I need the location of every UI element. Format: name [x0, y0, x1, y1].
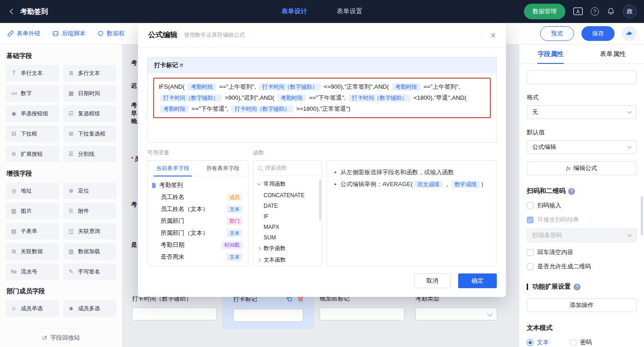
field-type-signature[interactable]: ✎手写签名: [63, 263, 117, 280]
question-icon[interactable]: ?: [568, 188, 575, 195]
field-type-dropdown[interactable]: ⊟下拉框: [6, 125, 59, 142]
field-type-linked-data[interactable]: ⧉关联数据: [6, 243, 59, 260]
field-token[interactable]: 考勤时段: [277, 94, 306, 102]
function-group[interactable]: 文本函数: [253, 254, 322, 266]
question-icon[interactable]: ?: [574, 284, 581, 290]
field-type-image[interactable]: ▨图片: [6, 203, 59, 219]
props-tab-field[interactable]: 字段属性: [519, 45, 582, 63]
field-type-attachment[interactable]: ⎘附件: [63, 203, 117, 219]
canvas-field-3[interactable]: 晚加班标记: [320, 295, 404, 320]
variable-item[interactable]: 所属部门（文本）文本: [151, 227, 244, 239]
field-token[interactable]: 考勤时段: [160, 105, 189, 113]
checkbox[interactable]: [527, 249, 534, 256]
radio-option[interactable]: 文本: [527, 338, 549, 347]
preview-button[interactable]: 预览: [540, 26, 574, 41]
function-item-concatenate[interactable]: CONCATENATE: [253, 190, 322, 200]
field-token[interactable]: 打卡时间（数字辅助）: [160, 94, 222, 102]
field-token[interactable]: 打卡时间（数字辅助）: [259, 83, 321, 91]
toolbar-link-2[interactable]: 后端脚本: [52, 29, 86, 38]
field-type-radio-group[interactable]: ◉单选按钮组: [6, 105, 59, 122]
confirm-button[interactable]: 确定: [458, 273, 497, 288]
scrollbar[interactable]: [319, 179, 321, 221]
checkbox[interactable]: [527, 263, 534, 270]
close-icon[interactable]: ×: [490, 31, 496, 40]
checkbox-option[interactable]: 是否允许生成二维码: [527, 262, 637, 271]
field-title-input[interactable]: [527, 70, 637, 84]
edit-formula-button[interactable]: fx 编辑公式: [527, 161, 637, 175]
radio-option[interactable]: 密码: [570, 338, 592, 347]
field-type-data-load[interactable]: ▥数据加载: [63, 243, 117, 260]
save-button[interactable]: 保存: [581, 26, 615, 41]
field-type-extend-button[interactable]: ⊜扩展按钮: [6, 146, 59, 162]
field-input[interactable]: [233, 309, 303, 322]
vars-tab-current[interactable]: 当前表单字段: [148, 161, 198, 176]
function-group[interactable]: 数学函数: [253, 243, 322, 254]
function-group[interactable]: 常用函数: [253, 178, 322, 190]
variable-item[interactable]: 所属部门部门: [151, 215, 244, 227]
data-manage-button[interactable]: 数据管理: [524, 4, 565, 19]
checkbox-option[interactable]: 可修改扫码结果: [527, 216, 637, 224]
field-type-single-line-text[interactable]: T单行文本: [6, 65, 59, 81]
type-badge: 部门: [227, 217, 242, 225]
field-token[interactable]: 考勤时段: [392, 83, 420, 91]
formula-expression[interactable]: IFS(AND( 考勤时段 =="上午签到", 打卡时间（数字辅助） <=900…: [153, 78, 491, 118]
toolbar-link-3[interactable]: 数据权: [98, 29, 125, 38]
document-icon: [151, 182, 156, 188]
variable-item[interactable]: 员工姓名（文本）文本: [151, 203, 244, 215]
field-type-number[interactable]: 123数字: [6, 85, 59, 102]
avatar[interactable]: 政: [623, 5, 637, 18]
function-item-sum[interactable]: SUM: [253, 232, 322, 243]
field-type-checkbox-group[interactable]: ☑复选框组: [63, 105, 117, 122]
format-select[interactable]: 无: [527, 105, 637, 119]
back-icon[interactable]: [7, 7, 16, 16]
checkbox-option[interactable]: 扫码输入: [527, 201, 637, 210]
function-item-if[interactable]: IF: [253, 211, 322, 222]
language-icon[interactable]: A: [573, 7, 583, 16]
tab-form-settings[interactable]: 表单设置: [337, 7, 362, 16]
vars-tab-all[interactable]: 所有表单字段: [198, 161, 248, 176]
field-recycle-bin[interactable]: ↺ 字段回收站: [0, 328, 122, 347]
tab-form-design[interactable]: 表单设计: [282, 7, 307, 16]
field-type-serial-number[interactable]: №流水号: [6, 263, 59, 280]
canvas-field-1[interactable]: 打卡时间（数字辅助）: [132, 295, 217, 320]
field-type-member-single[interactable]: ☺成员单选: [6, 300, 59, 317]
field-type-location[interactable]: ⊕定位: [63, 182, 117, 199]
variable-item[interactable]: 员工姓名成员: [151, 191, 244, 203]
props-tab-form[interactable]: 表单属性: [582, 45, 644, 63]
checkbox[interactable]: [527, 216, 534, 223]
share-icon[interactable]: [622, 26, 637, 41]
field-type-subform[interactable]: ▤子表单: [6, 223, 59, 239]
field-type-datetime[interactable]: ▦日期时间: [63, 85, 117, 102]
field-token[interactable]: 打卡时间（数字辅助）: [349, 94, 410, 102]
checkbox[interactable]: [527, 202, 534, 209]
field-type-linked-query[interactable]: ◫关联查询: [63, 223, 117, 239]
field-type-dropdown-multi[interactable]: ⊞下拉复选框: [63, 125, 117, 142]
tree-root-form[interactable]: 考勤签到: [151, 179, 244, 191]
field-token[interactable]: 考勤时段: [188, 83, 216, 91]
scrollbar[interactable]: [641, 196, 643, 235]
function-item-date[interactable]: DATE: [253, 200, 322, 211]
variable-item[interactable]: 考勤日期时间戳: [151, 239, 244, 251]
add-action-button[interactable]: 添加操作: [527, 298, 637, 312]
field-type-divider[interactable]: ☰分割线: [63, 146, 117, 162]
canvas-field-4[interactable]: 考勤类型: [415, 295, 497, 320]
function-item-mapx[interactable]: MAPX: [253, 222, 322, 232]
cancel-button[interactable]: 取消: [414, 273, 451, 288]
checkbox-option[interactable]: 回车清空内容: [527, 248, 637, 256]
toolbar-link-1[interactable]: 表单外链: [7, 29, 40, 38]
formula-input-area[interactable]: IFS(AND( 考勤时段 =="上午签到", 打卡时间（数字辅助） <=900…: [148, 73, 496, 142]
field-type-address[interactable]: ◎地址: [6, 182, 59, 199]
help-icon[interactable]: ?: [591, 7, 599, 16]
field-select[interactable]: [415, 307, 497, 320]
function-search-input[interactable]: 搜索函数: [253, 161, 322, 176]
dropdown-multi-icon: ⊞: [68, 131, 75, 137]
default-value-select[interactable]: 公式编辑: [527, 140, 637, 154]
field-input[interactable]: [320, 307, 404, 320]
barcode-select-value: 扫描条形码: [532, 231, 562, 239]
variable-item[interactable]: 是否周末文本: [151, 251, 244, 263]
field-type-multi-line-text[interactable]: ≣多行文本: [63, 65, 117, 81]
bell-icon[interactable]: [607, 7, 615, 16]
field-token[interactable]: 打卡时间（数字辅助）: [231, 105, 293, 113]
field-input[interactable]: [132, 307, 217, 320]
field-type-member-multi[interactable]: ☻成员多选: [63, 300, 117, 317]
